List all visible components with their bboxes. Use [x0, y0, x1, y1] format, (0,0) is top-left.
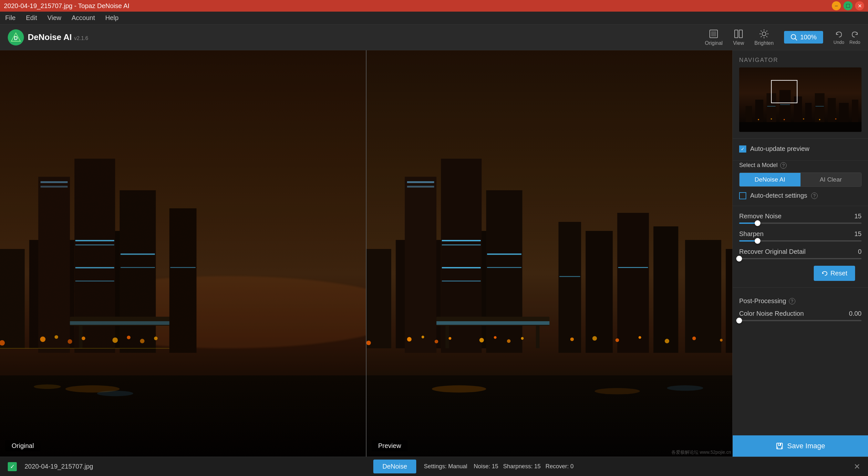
svg-rect-95 — [654, 227, 678, 353]
auto-update-checkbox[interactable]: ✓ — [739, 145, 746, 152]
svg-point-132 — [819, 119, 820, 120]
svg-point-83 — [435, 340, 438, 343]
recover-detail-group: Recover Original Detail 0 — [739, 248, 862, 259]
close-button[interactable]: ✕ — [855, 1, 864, 10]
denoise-button[interactable]: DeNoise — [373, 460, 416, 473]
post-processing-section: Post-Processing ? Color Noise Reduction … — [733, 297, 868, 328]
app-logo: D — [8, 29, 24, 45]
minimize-button[interactable]: – — [832, 1, 841, 10]
svg-point-111 — [432, 385, 486, 393]
menu-account[interactable]: Account — [72, 14, 95, 22]
recover-detail-value: 0 — [858, 248, 862, 256]
svg-point-103 — [616, 338, 619, 342]
model-tab-ai-clear[interactable]: AI Clear — [801, 173, 862, 186]
undo-button[interactable]: Undo — [833, 30, 844, 45]
svg-point-88 — [521, 337, 523, 340]
svg-rect-78 — [437, 321, 550, 325]
remove-noise-track[interactable] — [739, 223, 862, 224]
color-noise-track[interactable] — [739, 320, 862, 321]
svg-rect-79 — [445, 326, 449, 348]
menubar: File Edit View Account Help — [0, 11, 868, 25]
color-noise-label: Color Noise Reduction — [739, 310, 804, 317]
svg-line-12 — [766, 36, 767, 37]
svg-rect-80 — [536, 326, 539, 348]
svg-rect-76 — [487, 267, 521, 268]
auto-detect-checkbox[interactable] — [739, 192, 746, 199]
post-processing-label: Post-Processing — [739, 297, 786, 305]
reset-label: Reset — [831, 270, 847, 277]
model-help-icon[interactable]: ? — [780, 162, 786, 169]
redo-button[interactable]: Redo — [849, 30, 860, 45]
zoom-label: 100% — [800, 34, 817, 41]
reset-button[interactable]: Reset — [814, 266, 855, 281]
svg-point-81 — [407, 337, 412, 342]
recover-detail-track[interactable] — [739, 258, 862, 259]
menu-view[interactable]: View — [48, 14, 61, 22]
sharpen-header: Sharpen 15 — [739, 230, 862, 238]
svg-rect-118 — [779, 90, 791, 126]
model-section: Select a Model ? DeNoise AI AI Clear — [733, 162, 868, 187]
canvas-area[interactable]: Original — [0, 50, 733, 457]
svg-point-129 — [771, 118, 772, 120]
svg-point-86 — [494, 336, 496, 339]
model-section-label: Select a Model ? — [739, 162, 862, 169]
original-button[interactable]: Original — [705, 29, 723, 46]
svg-point-101 — [570, 337, 574, 341]
svg-rect-66 — [405, 177, 437, 353]
auto-detect-row: Auto-detect settings ? — [733, 192, 868, 199]
recover-detail-header: Recover Original Detail 0 — [739, 248, 862, 256]
svg-line-13 — [766, 30, 767, 31]
svg-rect-134 — [739, 122, 862, 132]
svg-point-91 — [367, 341, 371, 345]
auto-detect-help-icon[interactable]: ? — [811, 193, 817, 199]
brighten-button[interactable]: Brighten — [754, 29, 774, 46]
svg-rect-96 — [685, 240, 721, 353]
svg-rect-137 — [780, 443, 780, 445]
noise-value: 15 — [492, 463, 498, 470]
menu-help[interactable]: Help — [105, 14, 119, 22]
svg-rect-120 — [805, 103, 811, 126]
logo-area: D DeNoise AI v2.1.6 — [8, 29, 88, 45]
window-controls: – ☐ ✕ — [832, 1, 864, 10]
menu-file[interactable]: File — [5, 14, 16, 22]
preview-label: Preview — [372, 440, 407, 451]
undo-redo-area: Undo Redo — [833, 30, 860, 45]
divider-3 — [733, 287, 868, 288]
svg-rect-70 — [442, 240, 480, 241]
post-processing-help-icon[interactable]: ? — [789, 298, 795, 304]
menu-edit[interactable]: Edit — [26, 14, 37, 22]
svg-point-104 — [639, 336, 641, 339]
view-button[interactable]: View — [733, 29, 744, 46]
svg-rect-71 — [442, 244, 480, 245]
svg-point-6 — [762, 32, 766, 36]
svg-point-85 — [479, 338, 484, 342]
model-tab-denoise[interactable]: DeNoise AI — [740, 173, 801, 186]
svg-point-105 — [665, 339, 670, 343]
sharpen-track[interactable] — [739, 240, 862, 242]
model-tabs: DeNoise AI AI Clear — [739, 173, 862, 187]
navigator-map[interactable] — [739, 67, 862, 132]
svg-point-82 — [422, 336, 424, 338]
svg-rect-5 — [739, 30, 742, 38]
redo-label: Redo — [849, 40, 860, 45]
svg-point-112 — [595, 388, 640, 395]
svg-rect-63 — [367, 249, 392, 348]
svg-rect-75 — [487, 253, 521, 255]
svg-rect-122 — [828, 98, 836, 126]
post-processing-title: Post-Processing ? — [739, 297, 795, 305]
svg-line-11 — [761, 30, 762, 31]
svg-rect-68 — [407, 186, 434, 188]
brighten-label: Brighten — [754, 40, 774, 46]
main-area: Original — [0, 50, 868, 457]
zoom-button[interactable]: 100% — [784, 31, 823, 43]
settings-value: Manual — [448, 463, 467, 470]
maximize-button[interactable]: ☐ — [843, 1, 852, 10]
controls-section: ✓ Auto-update preview — [733, 139, 868, 159]
svg-rect-97 — [726, 249, 733, 353]
bottom-close-button[interactable]: ✕ — [854, 462, 860, 471]
sharpen-thumb — [755, 238, 761, 244]
svg-rect-125 — [767, 106, 776, 106]
sharpen-value: 15 — [855, 230, 862, 238]
save-image-button[interactable]: Save Image — [733, 435, 868, 457]
watermark: 各爱极解论坛 www.52pojie.cn — [671, 449, 731, 455]
